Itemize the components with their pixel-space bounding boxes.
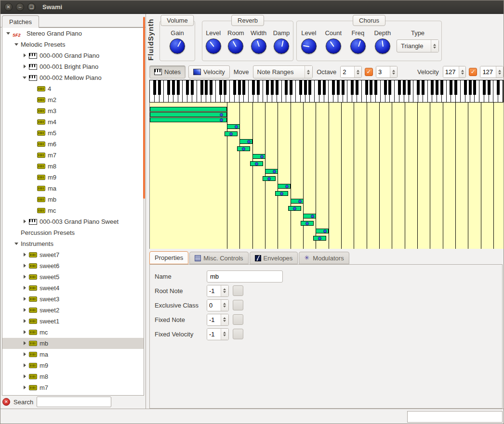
fixed-note-default-button[interactable] [233,314,243,325]
tree-item[interactable]: Stereo Grand Piano [2,28,144,39]
piano-black-key[interactable] [167,80,170,95]
move-select-spinner-icon[interactable] [305,66,312,78]
tab-properties[interactable]: Properties [149,251,188,264]
piano-black-key[interactable] [266,80,269,95]
octave-low-spin-arrows-icon[interactable] [354,66,361,77]
expand-arrow-icon[interactable] [22,64,28,70]
expand-arrow-icon[interactable] [22,351,28,358]
tab-misc-controls[interactable]: Misc. Controls [189,252,248,264]
range-handle-dot[interactable] [318,237,321,240]
chorus-type-spinner-icon[interactable] [431,40,438,52]
velocity-high-spinner[interactable] [480,66,504,78]
piano-black-key[interactable] [290,80,292,95]
minimize-button[interactable]: – [16,3,24,11]
piano-black-key[interactable] [153,80,156,95]
tree-item[interactable]: m8 [2,161,144,172]
piano-black-key[interactable] [158,80,161,95]
expand-arrow-icon[interactable] [22,296,28,302]
piano-black-key[interactable] [408,80,411,95]
gain-knob[interactable] [170,39,185,54]
tree-item[interactable]: sweet3 [2,294,144,305]
fixed-velocity-default-button[interactable] [233,329,243,339]
expand-arrow-icon[interactable] [22,263,28,269]
tree-item[interactable]: m2 [2,94,144,105]
note-range-bar[interactable] [291,199,304,204]
velocity-high-spin-arrows-icon[interactable] [496,66,503,77]
range-handle-dot[interactable] [255,162,258,166]
piano-black-key[interactable] [242,80,245,95]
piano-black-key[interactable] [488,80,491,95]
tree-item[interactable]: Melodic Presets [2,39,144,50]
range-handle-dot[interactable] [235,125,238,128]
titlebar[interactable]: ✕–❏ Swami [0,0,504,14]
tab-envelopes[interactable]: Envelopes [250,252,298,264]
tree-item[interactable]: ma [2,183,144,194]
tab-patches[interactable]: Patches [2,15,39,28]
tree-item[interactable]: m8 [2,371,144,382]
tree-item[interactable]: m7 [2,382,144,393]
piano-black-key[interactable] [186,80,189,95]
piano-black-key[interactable] [308,80,311,95]
damp-knob[interactable] [274,39,289,54]
expand-arrow-icon[interactable] [22,274,28,280]
tree-item[interactable]: m7 [2,150,144,161]
velocity-low-spin-arrows-icon[interactable] [459,66,466,77]
tree-item[interactable]: m6 [2,139,144,150]
note-range-bar[interactable] [288,206,301,211]
piano-black-key[interactable] [388,80,391,95]
tree-item[interactable]: sweet4 [2,283,144,294]
piano-black-key[interactable] [365,80,368,95]
note-range-bar[interactable] [239,139,252,144]
piano-black-key[interactable] [200,80,203,95]
piano-black-key[interactable] [224,80,226,95]
count-knob[interactable] [326,39,341,54]
piano-black-key[interactable] [464,80,467,95]
note-range-bar[interactable] [278,184,291,189]
tree-item[interactable]: m3 [2,105,144,116]
piano-black-key[interactable] [422,80,424,95]
range-handle-dot[interactable] [311,215,314,218]
piano-black-key[interactable] [450,80,452,95]
exclusive-class-spinner[interactable] [207,299,229,311]
piano-black-key[interactable] [431,80,434,95]
piano-black-key[interactable] [483,80,486,95]
piano-black-key[interactable] [342,80,345,95]
range-handle-dot[interactable] [220,113,223,116]
collapse-arrow-icon[interactable] [13,241,20,247]
piano-black-key[interactable] [257,80,260,95]
piano-black-key[interactable] [210,80,212,95]
range-handle-dot[interactable] [298,200,302,203]
octave-high-spin-arrows-icon[interactable] [390,66,397,77]
piano-black-key[interactable] [473,80,476,95]
expand-arrow-icon[interactable] [22,362,28,369]
piano-black-key[interactable] [398,80,401,95]
velocity-high-input[interactable] [480,66,496,77]
tree-item[interactable]: Instruments [2,238,144,249]
piano-black-key[interactable] [177,80,180,95]
piano-black-key[interactable] [304,80,307,95]
range-handle-dot[interactable] [267,177,271,180]
piano-black-key[interactable] [205,80,208,95]
notes-button[interactable]: Notes [149,65,186,78]
range-handle-dot[interactable] [242,147,245,151]
piano-black-key[interactable] [403,80,406,95]
move-select[interactable]: Note Ranges [253,65,313,78]
note-range-bar[interactable] [265,169,278,174]
expand-arrow-icon[interactable] [22,318,28,324]
piano-black-key[interactable] [318,80,321,95]
velocity-low-spinner[interactable] [443,66,466,78]
depth-knob[interactable] [375,39,390,54]
width-knob[interactable] [251,39,266,54]
tree-item[interactable]: 4 [2,83,144,94]
range-handle-dot[interactable] [323,230,327,233]
note-range-bar[interactable] [237,146,250,151]
tree-item[interactable]: m5 [2,128,144,139]
freq-knob[interactable] [350,39,366,54]
note-range-bar[interactable] [250,161,263,166]
piano-black-key[interactable] [374,80,377,95]
piano-black-key[interactable] [299,80,302,95]
fixed-note-input[interactable] [207,314,221,325]
piano-black-key[interactable] [238,80,241,95]
piano-black-key[interactable] [356,80,358,95]
piano-black-key[interactable] [497,80,500,95]
